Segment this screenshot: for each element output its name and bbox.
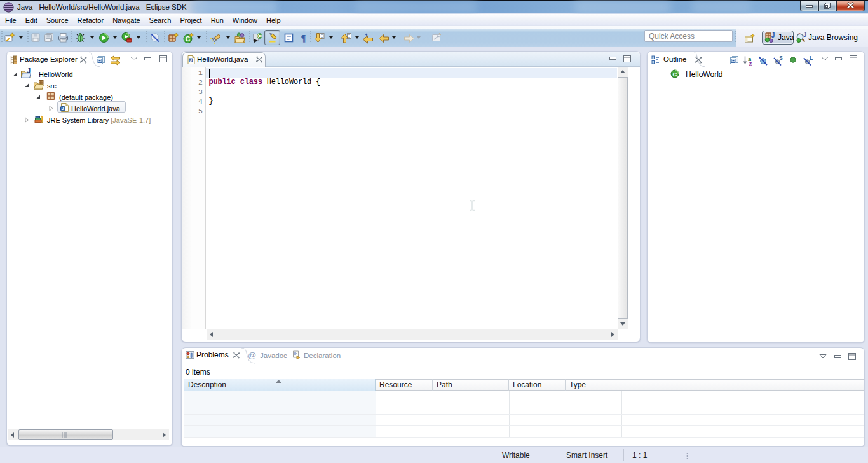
svg-text:¶: ¶ <box>301 33 306 43</box>
svg-text:J: J <box>27 68 31 74</box>
svg-text:J: J <box>803 32 807 38</box>
svg-text:L: L <box>810 55 813 61</box>
svg-text:C: C <box>186 35 191 43</box>
svg-text:J: J <box>771 32 775 39</box>
svg-text:J: J <box>62 106 64 111</box>
svg-text:S: S <box>779 55 783 61</box>
svg-text:J: J <box>189 58 192 62</box>
svg-text:C: C <box>258 33 262 39</box>
svg-text:z: z <box>749 60 752 66</box>
svg-text:C: C <box>673 71 677 78</box>
